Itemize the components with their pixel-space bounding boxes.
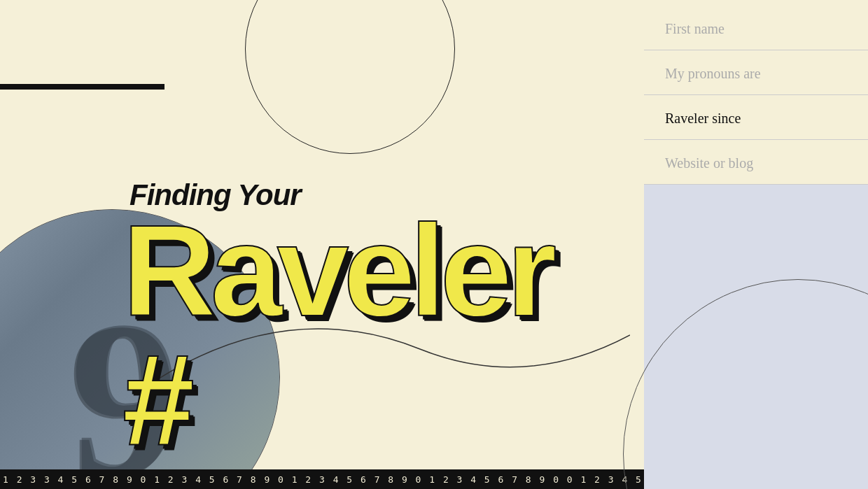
- right-panel: First name My pronouns are Raveler since…: [644, 0, 868, 489]
- raveler-hash-heading: Raveler #: [122, 206, 644, 465]
- form-field-website[interactable]: Website or blog: [644, 140, 868, 185]
- number-ruler: 1 2 3 3 4 5 6 7 8 9 0 1 2 3 4 5 6 7 8 9 …: [0, 469, 644, 489]
- main-container: 9 Finding Your Raveler # 1 2 3 3 4 5 6 7…: [0, 0, 868, 489]
- left-panel: 9 Finding Your Raveler # 1 2 3 3 4 5 6 7…: [0, 0, 644, 489]
- ruler-numbers-text: 1 2 3 3 4 5 6 7 8 9 0 1 2 3 4 5 6 7 8 9 …: [0, 474, 644, 485]
- circle-top-decoration: [245, 0, 455, 154]
- circle-right-decoration: [623, 279, 868, 489]
- form-field-firstname-label: First name: [665, 21, 724, 36]
- form-field-website-label: Website or blog: [665, 155, 753, 171]
- form-field-raveler-since[interactable]: Raveler since: [644, 95, 868, 140]
- right-bottom-area: [644, 185, 868, 489]
- form-fields-container: First name My pronouns are Raveler since…: [644, 0, 868, 185]
- form-field-firstname[interactable]: First name: [644, 0, 868, 50]
- form-field-raveler-since-label: Raveler since: [665, 111, 741, 126]
- form-field-pronouns[interactable]: My pronouns are: [644, 50, 868, 95]
- form-field-pronouns-label: My pronouns are: [665, 66, 761, 81]
- decorative-bar: [0, 84, 164, 90]
